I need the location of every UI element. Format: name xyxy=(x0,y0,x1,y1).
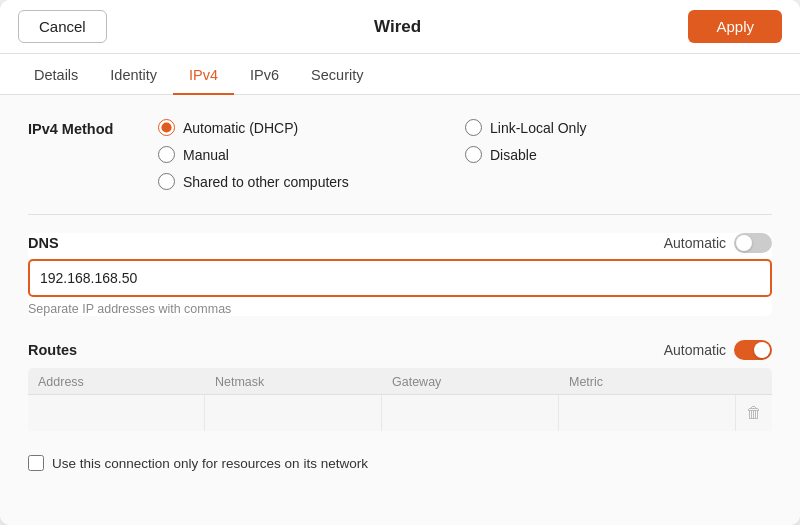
routes-columns-header: Address Netmask Gateway Metric xyxy=(28,368,772,394)
dns-automatic-label: Automatic xyxy=(664,235,726,251)
routes-automatic-toggle[interactable] xyxy=(734,340,772,360)
col-header-gateway: Gateway xyxy=(382,368,559,394)
method-label: IPv4 Method xyxy=(28,119,158,137)
radio-shared[interactable]: Shared to other computers xyxy=(158,173,465,190)
radio-auto-dhcp[interactable]: Automatic (DHCP) xyxy=(158,119,465,136)
routes-auto-row: Automatic xyxy=(664,340,772,360)
radio-auto-dhcp-label: Automatic (DHCP) xyxy=(183,120,298,136)
dns-input[interactable] xyxy=(30,263,770,293)
radio-manual-label: Manual xyxy=(183,147,229,163)
col-header-address: Address xyxy=(28,368,205,394)
col-header-metric: Metric xyxy=(559,368,736,394)
only-connection-row: Use this connection only for resources o… xyxy=(28,455,772,471)
titlebar: Cancel Wired Apply xyxy=(0,0,800,54)
dns-hint: Separate IP addresses with commas xyxy=(28,302,772,316)
dialog: Cancel Wired Apply Details Identity IPv4… xyxy=(0,0,800,525)
routes-cell-netmask[interactable] xyxy=(205,395,382,431)
tab-details[interactable]: Details xyxy=(18,54,94,95)
routes-header: Routes Automatic xyxy=(28,340,772,360)
trash-icon[interactable]: 🗑 xyxy=(746,404,762,422)
radio-auto-dhcp-input[interactable] xyxy=(158,119,175,136)
radio-col-right: Link-Local Only Disable xyxy=(465,119,772,190)
apply-button[interactable]: Apply xyxy=(688,10,782,43)
radio-cols: Automatic (DHCP) Manual Shared to other … xyxy=(158,119,772,190)
ipv4-method-section: IPv4 Method Automatic (DHCP) Manual xyxy=(28,119,772,190)
routes-empty-row: 🗑 xyxy=(28,394,772,431)
routes-delete-cell: 🗑 xyxy=(736,395,772,431)
dns-section: DNS Automatic Separate IP addresses with… xyxy=(28,233,772,316)
routes-cell-metric[interactable] xyxy=(559,395,736,431)
dns-label: DNS xyxy=(28,235,59,251)
radio-disable-input[interactable] xyxy=(465,146,482,163)
routes-cell-gateway[interactable] xyxy=(382,395,559,431)
radio-disable[interactable]: Disable xyxy=(465,146,772,163)
divider-1 xyxy=(28,214,772,215)
dialog-title: Wired xyxy=(374,17,421,37)
radio-link-local-input[interactable] xyxy=(465,119,482,136)
radio-disable-label: Disable xyxy=(490,147,537,163)
method-radio-group: Automatic (DHCP) Manual Shared to other … xyxy=(158,119,772,190)
cancel-button[interactable]: Cancel xyxy=(18,10,107,43)
tab-identity[interactable]: Identity xyxy=(94,54,173,95)
radio-manual[interactable]: Manual xyxy=(158,146,465,163)
tab-security[interactable]: Security xyxy=(295,54,379,95)
tab-ipv4[interactable]: IPv4 xyxy=(173,54,234,95)
radio-link-local-label: Link-Local Only xyxy=(490,120,587,136)
dns-input-box xyxy=(28,259,772,297)
col-header-action xyxy=(736,368,772,394)
tabs-bar: Details Identity IPv4 IPv6 Security xyxy=(0,54,800,95)
radio-col-left: Automatic (DHCP) Manual Shared to other … xyxy=(158,119,465,190)
routes-label: Routes xyxy=(28,342,77,358)
routes-automatic-label: Automatic xyxy=(664,342,726,358)
col-header-netmask: Netmask xyxy=(205,368,382,394)
dns-header: DNS Automatic xyxy=(28,233,772,253)
dns-automatic-toggle[interactable] xyxy=(734,233,772,253)
only-connection-label: Use this connection only for resources o… xyxy=(52,456,368,471)
radio-link-local[interactable]: Link-Local Only xyxy=(465,119,772,136)
radio-shared-input[interactable] xyxy=(158,173,175,190)
routes-cell-address[interactable] xyxy=(28,395,205,431)
radio-manual-input[interactable] xyxy=(158,146,175,163)
only-connection-checkbox[interactable] xyxy=(28,455,44,471)
radio-shared-label: Shared to other computers xyxy=(183,174,349,190)
tab-ipv6[interactable]: IPv6 xyxy=(234,54,295,95)
routes-section: Routes Automatic Address Netmask Gateway… xyxy=(28,340,772,431)
dns-auto-row: Automatic xyxy=(664,233,772,253)
content-area: IPv4 Method Automatic (DHCP) Manual xyxy=(0,95,800,525)
